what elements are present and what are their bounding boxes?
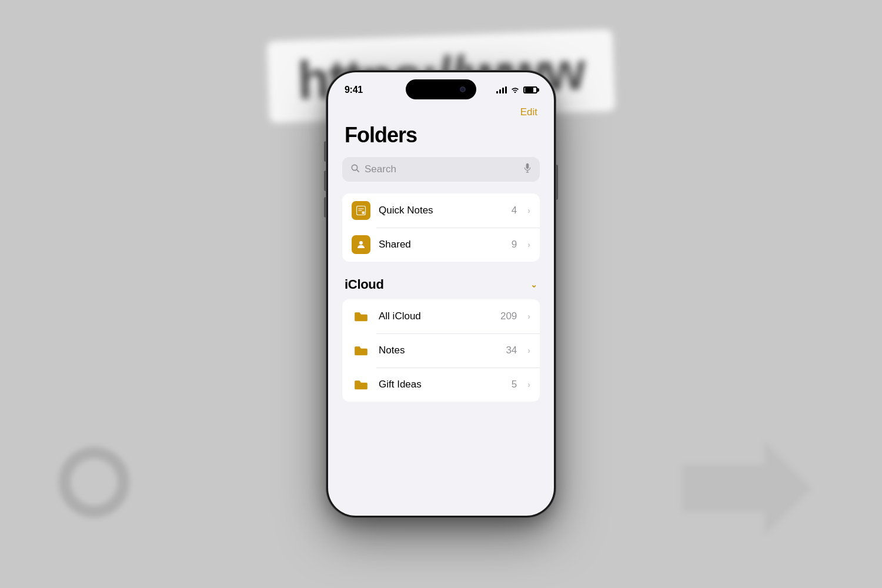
notes-label: Notes (379, 345, 497, 356)
status-time: 9:41 (345, 85, 363, 95)
icloud-chevron-icon[interactable]: ⌄ (530, 280, 537, 289)
search-icon (350, 163, 360, 175)
all-icloud-count: 209 (500, 310, 517, 322)
list-item-quick-notes[interactable]: Quick Notes 4 › (342, 193, 540, 228)
status-icons (496, 86, 537, 95)
gift-ideas-folder-icon (352, 375, 370, 394)
search-bar[interactable]: Search (342, 157, 540, 182)
shared-count: 9 (512, 239, 517, 250)
dynamic-island (406, 79, 476, 99)
list-item-all-icloud[interactable]: All iCloud 209 › (342, 299, 540, 333)
camera-dot (460, 86, 466, 92)
pinned-folder-list: Quick Notes 4 › Shared 9 (342, 193, 540, 262)
icloud-section-header: iCloud ⌄ (342, 271, 540, 297)
all-icloud-folder-icon (352, 307, 370, 326)
notes-count: 34 (506, 345, 517, 356)
list-item-gift-ideas[interactable]: Gift Ideas 5 › (342, 368, 540, 402)
icloud-title: iCloud (345, 277, 384, 292)
svg-line-2 (357, 170, 359, 172)
svg-rect-9 (362, 212, 365, 215)
notes-chevron: › (527, 346, 530, 355)
all-icloud-label: All iCloud (379, 310, 492, 322)
phone-frame: 9:41 (326, 71, 556, 517)
icloud-folder-list: All iCloud 209 › Notes 34 › (342, 299, 540, 402)
svg-point-1 (352, 165, 357, 170)
status-bar: 9:41 (328, 72, 554, 104)
quick-notes-count: 4 (512, 205, 517, 216)
bg-circle-shape (59, 447, 129, 517)
svg-marker-0 (682, 441, 811, 535)
gift-ideas-label: Gift Ideas (379, 379, 503, 390)
quick-notes-label: Quick Notes (379, 205, 503, 216)
app-content: Edit Folders Search (328, 104, 554, 402)
edit-row: Edit (342, 104, 540, 123)
shared-chevron: › (527, 240, 530, 249)
svg-point-10 (359, 241, 363, 245)
list-item-notes[interactable]: Notes 34 › (342, 333, 540, 368)
shared-label: Shared (379, 239, 503, 250)
search-placeholder: Search (365, 163, 519, 175)
wifi-icon (510, 86, 520, 95)
notes-folder-icon (352, 341, 370, 360)
quick-notes-chevron: › (527, 206, 530, 215)
svg-rect-3 (526, 163, 529, 169)
quick-notes-icon (352, 201, 370, 220)
list-item-shared[interactable]: Shared 9 › (342, 228, 540, 262)
phone-device: 9:41 (326, 71, 556, 517)
bg-arrow-icon (682, 435, 811, 541)
edit-button[interactable]: Edit (520, 106, 537, 118)
page-title: Folders (342, 123, 540, 148)
gift-ideas-count: 5 (512, 379, 517, 390)
gift-ideas-chevron: › (527, 380, 530, 389)
microphone-icon[interactable] (523, 163, 532, 176)
signal-icon (496, 86, 507, 93)
all-icloud-chevron: › (527, 312, 530, 321)
battery-icon (523, 86, 537, 93)
shared-icon (352, 235, 370, 254)
phone-screen: 9:41 (328, 72, 554, 516)
